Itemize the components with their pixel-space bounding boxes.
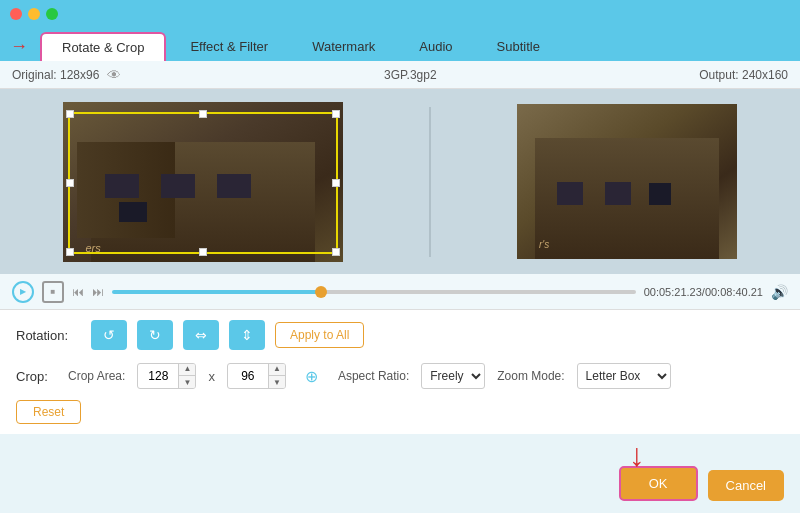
aspect-ratio-select[interactable]: Freely 16:9 4:3 1:1 [421, 363, 485, 389]
output-size: Output: 240x160 [699, 68, 788, 82]
crop-handle-tl[interactable] [66, 110, 74, 118]
rotate-left-icon: ↺ [103, 327, 115, 343]
crop-handle-mr[interactable] [332, 179, 340, 187]
total-time: 00:08:40.21 [705, 286, 763, 298]
crop-width-down[interactable]: ▼ [179, 376, 195, 389]
maximize-button[interactable] [46, 8, 58, 20]
tab-subtitle[interactable]: Subtitle [477, 33, 560, 60]
time-display: 00:05:21.23/00:08:40.21 [644, 286, 763, 298]
down-arrow-container: ↓ [629, 439, 645, 471]
rotate-right-icon: ↻ [149, 327, 161, 343]
crop-width-input[interactable] [138, 369, 178, 383]
controls-area: Rotation: ↺ ↻ ⇔ ⇕ Apply to All Crop: Cro… [0, 310, 800, 434]
video-content-right: r's [517, 104, 737, 259]
crop-handle-bm[interactable] [199, 248, 207, 256]
crop-handle-br[interactable] [332, 248, 340, 256]
rotation-row: Rotation: ↺ ↻ ⇔ ⇕ Apply to All [16, 320, 784, 350]
crop-area-label: Crop Area: [68, 369, 125, 383]
arrow-icon: → [10, 36, 28, 57]
window-r2 [605, 182, 631, 205]
rotate-left-button[interactable]: ↺ [91, 320, 127, 350]
scrubber-thumb[interactable] [315, 286, 327, 298]
zoom-mode-label: Zoom Mode: [497, 369, 564, 383]
scrubber-track[interactable] [112, 290, 636, 294]
eye-icon[interactable]: 👁 [107, 67, 121, 83]
tab-effect-filter[interactable]: Effect & Filter [170, 33, 288, 60]
cancel-button[interactable]: Cancel [708, 470, 784, 501]
skip-forward-button[interactable]: ⏭ [92, 285, 104, 299]
crop-width-input-group: ▲ ▼ [137, 363, 196, 389]
crop-handle-tr[interactable] [332, 110, 340, 118]
video-separator [429, 107, 431, 257]
bottom-area: ↓ OK Cancel [0, 434, 800, 513]
down-arrow-icon: ↓ [629, 439, 645, 471]
rotate-right-button[interactable]: ↻ [137, 320, 173, 350]
title-bar [0, 0, 800, 28]
rotation-label: Rotation: [16, 328, 81, 343]
crop-height-down[interactable]: ▼ [269, 376, 285, 389]
crop-width-spinners: ▲ ▼ [178, 363, 195, 389]
crop-handle-ml[interactable] [66, 179, 74, 187]
crop-height-spinners: ▲ ▼ [268, 363, 285, 389]
crop-overlay[interactable] [68, 112, 338, 254]
filename: 3GP.3gp2 [384, 68, 437, 82]
timeline-area: ▶ ■ ⏮ ⏭ 00:05:21.23/00:08:40.21 🔊 [0, 274, 800, 310]
preview-right[interactable]: r's [517, 104, 737, 259]
info-bar: Original: 128x96 👁 3GP.3gp2 Output: 240x… [0, 61, 800, 89]
crosshair-button[interactable]: ⊕ [298, 362, 326, 390]
reset-row: Reset [16, 400, 784, 424]
current-time: 00:05:21.23 [644, 286, 702, 298]
crop-label: Crop: [16, 369, 56, 384]
skip-back-button[interactable]: ⏮ [72, 285, 84, 299]
tab-watermark[interactable]: Watermark [292, 33, 395, 60]
apply-all-button[interactable]: Apply to All [275, 322, 364, 348]
play-button[interactable]: ▶ [12, 281, 34, 303]
window-r3 [649, 183, 671, 205]
reset-button[interactable]: Reset [16, 400, 81, 424]
x-separator: x [208, 369, 215, 384]
crop-handle-tm[interactable] [199, 110, 207, 118]
flip-vertical-button[interactable]: ⇕ [229, 320, 265, 350]
video-area: ers [0, 89, 800, 274]
crop-height-input[interactable] [228, 369, 268, 383]
crop-height-input-group: ▲ ▼ [227, 363, 286, 389]
preview-left[interactable]: ers [63, 102, 343, 262]
aspect-ratio-label: Aspect Ratio: [338, 369, 409, 383]
zoom-mode-select[interactable]: Letter Box Pan & Scan Full [577, 363, 671, 389]
volume-icon[interactable]: 🔊 [771, 284, 788, 300]
flip-horizontal-button[interactable]: ⇔ [183, 320, 219, 350]
crop-handle-bl[interactable] [66, 248, 74, 256]
crop-width-up[interactable]: ▲ [179, 363, 195, 376]
stop-button[interactable]: ■ [42, 281, 64, 303]
crop-height-up[interactable]: ▲ [269, 363, 285, 376]
flip-h-icon: ⇔ [195, 327, 207, 343]
tab-audio[interactable]: Audio [399, 33, 472, 60]
close-button[interactable] [10, 8, 22, 20]
main-content: Original: 128x96 👁 3GP.3gp2 Output: 240x… [0, 61, 800, 434]
traffic-lights [10, 8, 58, 20]
tab-rotate-crop[interactable]: Rotate & Crop [40, 32, 166, 61]
sign-text-right: r's [539, 239, 549, 250]
original-size: Original: 128x96 [12, 68, 99, 82]
minimize-button[interactable] [28, 8, 40, 20]
crop-row: Crop: Crop Area: ▲ ▼ x ▲ ▼ [16, 362, 784, 390]
window-r1 [557, 182, 583, 205]
tab-bar: → Rotate & Crop Effect & Filter Watermar… [0, 28, 800, 61]
flip-v-icon: ⇕ [241, 327, 253, 343]
